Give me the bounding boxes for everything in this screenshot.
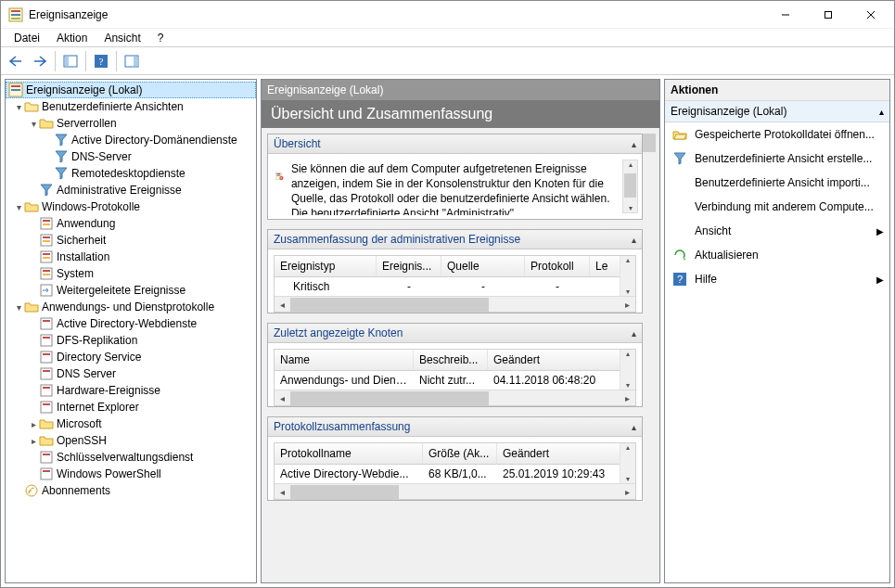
svg-rect-32 <box>41 335 52 346</box>
expand-icon[interactable] <box>13 102 24 112</box>
section-header[interactable]: Zusammenfassung der administrativen Erei… <box>268 230 642 249</box>
tree-openssh[interactable]: OpenSSH <box>6 432 256 449</box>
table-header[interactable]: Protokollname Größe (Ak... Geändert <box>275 443 635 465</box>
submenu-arrow-icon: ▶ <box>876 226 884 236</box>
action-refresh[interactable]: Aktualisieren <box>665 243 889 267</box>
expand-icon[interactable] <box>28 419 39 429</box>
svg-rect-40 <box>41 402 52 413</box>
table-header[interactable]: Ereignistyp Ereignis... Quelle Protokoll… <box>275 256 635 277</box>
expand-icon[interactable] <box>28 119 39 129</box>
help-button[interactable]: ? <box>90 50 112 72</box>
inner-hscroll[interactable]: ◂▸ <box>275 296 635 312</box>
table-row[interactable]: Active Directory-Webdie... 68 KB/1,0... … <box>275 465 635 483</box>
svg-rect-21 <box>43 236 50 238</box>
tree-appsvc[interactable]: Anwendungs- und Dienstprotokolle <box>6 299 256 315</box>
tree-adds[interactable]: Active Directory-Domänendienste <box>6 132 256 148</box>
tree-server-roles[interactable]: Serverrollen <box>6 115 256 132</box>
show-actions-button[interactable] <box>121 50 143 72</box>
tree-sec[interactable]: Sicherheit <box>6 232 256 249</box>
section-recent: Zuletzt angezeigte Knoten▴ Name Beschrei… <box>267 323 643 407</box>
svg-text:✕: ✕ <box>280 176 283 180</box>
tree-dfs[interactable]: DFS-Replikation <box>6 332 256 349</box>
titlebar: Ereignisanzeige <box>1 1 894 29</box>
tree-subs[interactable]: Abonnements <box>6 482 256 499</box>
forward-button[interactable] <box>29 50 51 72</box>
back-button[interactable] <box>5 50 27 72</box>
action-help[interactable]: ?Hilfe▶ <box>665 267 889 291</box>
section-logsum: Protokollzusammenfassung▴ Protokollname … <box>267 416 643 501</box>
svg-rect-45 <box>43 470 50 472</box>
folder-icon <box>39 116 54 131</box>
tree-label: Ereignisanzeige (Lokal) <box>25 83 142 96</box>
tree-ps[interactable]: Windows PowerShell <box>6 466 256 482</box>
tree-ie[interactable]: Internet Explorer <box>6 399 256 415</box>
table-row[interactable]: Kritisch - - - <box>275 277 635 296</box>
action-import-view[interactable]: Benutzerdefinierte Ansicht importi... <box>665 171 889 195</box>
tree-ms[interactable]: Microsoft <box>6 415 256 432</box>
tree-dirsvc[interactable]: Directory Service <box>6 349 256 365</box>
tree-custom-views[interactable]: Benutzerdefinierte Ansichten <box>6 98 256 115</box>
tree-adweb[interactable]: Active Directory-Webdienste <box>6 315 256 332</box>
tree-root[interactable]: Ereignisanzeige (Lokal) <box>6 82 256 98</box>
show-tree-button[interactable] <box>59 50 82 72</box>
tree-app[interactable]: Anwendung <box>6 215 256 232</box>
overview-icon: ✕ <box>275 161 284 191</box>
tree-inst[interactable]: Installation <box>6 249 256 265</box>
inner-vscroll[interactable]: ▴▾ <box>620 256 635 296</box>
table-row[interactable]: Anwendungs- und Diens... Nicht zutr... 0… <box>275 371 635 390</box>
section-header[interactable]: Protokollzusammenfassung▴ <box>268 417 642 437</box>
menu-file[interactable]: Datei <box>6 31 47 45</box>
svg-rect-34 <box>41 352 52 363</box>
action-view[interactable]: Ansicht▶ <box>665 219 889 243</box>
log-icon <box>39 383 54 398</box>
action-open-log[interactable]: Gespeicherte Protokolldatei öffnen... <box>665 122 889 147</box>
inner-vscroll[interactable]: ▴ ▾ <box>622 160 638 213</box>
maximize-button[interactable] <box>807 1 850 29</box>
refresh-icon <box>672 248 687 262</box>
log-icon <box>39 467 54 481</box>
svg-rect-33 <box>43 337 50 339</box>
tree-dnsserver[interactable]: DNS Server <box>6 365 256 382</box>
actions-subheader[interactable]: Ereignisanzeige (Lokal)▴ <box>665 101 889 122</box>
table-header[interactable]: Name Beschreib... Geändert <box>275 350 635 371</box>
svg-rect-24 <box>43 253 50 255</box>
toolbar: ? <box>1 47 894 75</box>
log-icon <box>39 266 54 281</box>
inner-vscroll[interactable]: ▴▾ <box>620 443 635 483</box>
section-header[interactable]: Zuletzt angezeigte Knoten▴ <box>268 324 642 343</box>
tree-hw[interactable]: Hardware-Ereignisse <box>6 382 256 399</box>
tree-win-logs[interactable]: Windows-Protokolle <box>6 198 256 215</box>
menubar: Datei Aktion Ansicht ? <box>1 29 894 47</box>
actions-header: Aktionen <box>665 80 889 101</box>
help-icon: ? <box>672 272 687 287</box>
svg-rect-25 <box>43 257 50 259</box>
expand-icon[interactable] <box>13 302 24 313</box>
menu-view[interactable]: Ansicht <box>96 31 147 45</box>
tree-keymgmt[interactable]: Schlüsselverwaltungsdienst <box>6 449 256 466</box>
inner-hscroll[interactable]: ◂▸ <box>275 483 635 499</box>
vscrollbar[interactable] <box>643 134 656 577</box>
action-connect[interactable]: Verbindung mit anderem Compute... <box>665 195 889 219</box>
tree-sys[interactable]: System <box>6 265 256 282</box>
menu-action[interactable]: Aktion <box>49 31 95 45</box>
section-header[interactable]: Übersicht▴ <box>268 134 642 154</box>
toolbar-separator <box>85 51 86 71</box>
tree-rds[interactable]: Remotedesktopdienste <box>6 165 256 182</box>
expand-icon[interactable] <box>13 202 24 212</box>
inner-vscroll[interactable]: ▴▾ <box>620 350 635 390</box>
svg-rect-9 <box>65 57 69 66</box>
tree-admin-events[interactable]: Administrative Ereignisse <box>6 182 256 198</box>
action-create-view[interactable]: Benutzerdefinierte Ansicht erstelle... <box>665 147 889 171</box>
tree-fwd[interactable]: Weitergeleitete Ereignisse <box>6 282 256 299</box>
inner-hscroll[interactable]: ◂▸ <box>275 390 635 405</box>
folder-icon <box>39 416 54 431</box>
svg-rect-13 <box>134 57 138 66</box>
close-button[interactable] <box>850 1 892 29</box>
menu-help[interactable]: ? <box>150 31 172 45</box>
window: Ereignisanzeige Datei Aktion Ansicht ? ?… <box>0 0 895 588</box>
tree-dns[interactable]: DNS-Server <box>6 148 256 165</box>
tree[interactable]: Ereignisanzeige (Lokal) Benutzerdefinier… <box>6 80 256 582</box>
minimize-button[interactable] <box>764 1 807 29</box>
caret-up-icon: ▴ <box>632 235 636 245</box>
expand-icon[interactable] <box>28 436 39 446</box>
